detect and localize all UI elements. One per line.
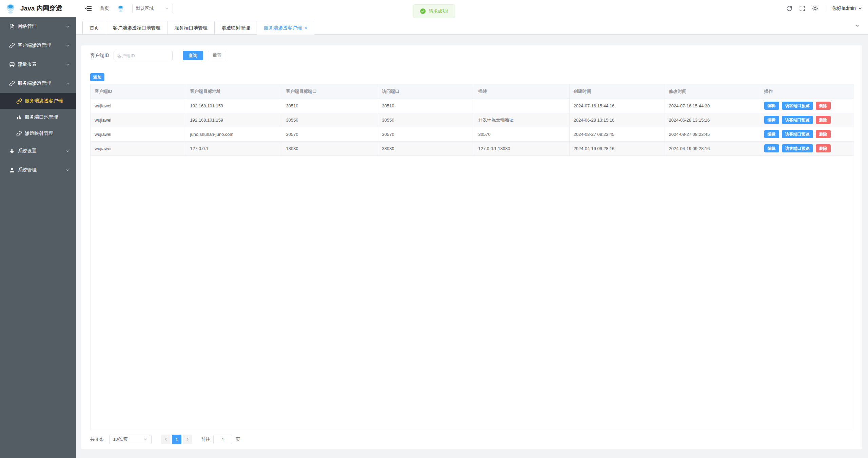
delete-button[interactable]: 删除 — [816, 130, 831, 138]
refresh-icon[interactable] — [786, 5, 792, 12]
edit-button[interactable]: 编辑 — [764, 130, 779, 138]
cell-created: 2024-04-19 09:28:16 — [569, 141, 665, 155]
cell-target-addr: 127.0.0.1 — [186, 141, 282, 155]
table-header-row: 客户端ID 客户端目标地址 客户端目标端口 访问端口 描述 创建时间 修改时间 … — [91, 84, 854, 99]
cell-access-port: 38080 — [378, 141, 474, 155]
preview-button[interactable]: 访客端口预览 — [782, 130, 813, 138]
cell-target-addr: juno.shuhan-juno.com — [186, 127, 282, 141]
page-size-value: 10条/页 — [113, 436, 128, 442]
next-page-button[interactable] — [183, 435, 192, 444]
cell-modified: 2024-07-16 15:44:30 — [665, 99, 760, 113]
cell-created: 2024-06-28 13:15:16 — [569, 113, 665, 127]
success-toast: 请求成功! — [413, 4, 455, 18]
page-number-button[interactable]: 1 — [172, 435, 181, 444]
fullscreen-icon[interactable] — [799, 5, 805, 12]
pagination-total: 共 4 条 — [90, 436, 104, 442]
sidebar-item-label: 客户端渗透管理 — [18, 42, 65, 48]
breadcrumb[interactable]: 首页 — [100, 5, 109, 12]
sidebar-item-label: 服务端口池管理 — [25, 114, 70, 120]
edit-button[interactable]: 编辑 — [764, 144, 779, 152]
query-button[interactable]: 查询 — [183, 51, 203, 60]
tab-home[interactable]: 首页 — [82, 21, 106, 35]
sidebar-item-label: 渗透映射管理 — [25, 130, 70, 137]
sidebar-item-label: 服务端渗透客户端 — [25, 98, 70, 104]
cell-client-id: wujiawei — [91, 99, 186, 113]
microphone-icon — [9, 148, 15, 154]
sidebar-collapse-icon[interactable] — [85, 5, 92, 12]
tab-server-port-pool[interactable]: 服务端口池管理 — [167, 21, 215, 35]
cell-target-port: 18080 — [282, 141, 378, 155]
search-label: 客户端ID — [90, 53, 109, 59]
greeting-text: 你好!admin — [832, 5, 856, 12]
check-circle-icon — [420, 8, 426, 14]
chevron-down-icon — [858, 6, 863, 11]
goto-suffix: 页 — [236, 436, 240, 442]
region-select-value: 默认区域 — [136, 5, 154, 12]
cell-target-port: 30550 — [282, 113, 378, 127]
cell-target-addr: 192.168.101.159 — [186, 99, 282, 113]
cell-client-id: wujiawei — [91, 113, 186, 127]
data-table: 客户端ID 客户端目标地址 客户端目标端口 访问端口 描述 创建时间 修改时间 … — [90, 84, 854, 430]
bar-chart-icon — [16, 114, 22, 120]
sidebar-item-server-penetration[interactable]: 服务端渗透管理 — [0, 74, 76, 93]
edit-button[interactable]: 编辑 — [764, 102, 779, 110]
client-id-input[interactable] — [114, 51, 173, 60]
chevron-down-icon — [65, 149, 70, 153]
region-logo-icon — [117, 4, 125, 13]
app-logo-area: Java 内网穿透 — [0, 0, 76, 17]
cell-actions: 编辑访客端口预览删除 — [760, 99, 854, 113]
link-icon — [16, 131, 22, 137]
region-select[interactable]: 默认区域 — [132, 4, 173, 13]
divider — [825, 5, 825, 12]
theme-icon[interactable] — [812, 5, 818, 12]
user-menu[interactable]: 你好!admin — [832, 5, 863, 12]
tabs-dropdown-icon[interactable] — [854, 23, 860, 28]
delete-button[interactable]: 删除 — [816, 102, 831, 110]
preview-button[interactable]: 访客端口预览 — [782, 144, 813, 152]
delete-button[interactable]: 删除 — [816, 144, 831, 152]
link-icon — [16, 98, 22, 104]
tab-label: 首页 — [90, 25, 99, 30]
col-header-modified: 修改时间 — [665, 84, 760, 99]
page-size-select[interactable]: 10条/页 — [109, 435, 152, 444]
add-button[interactable]: 添加 — [90, 73, 104, 81]
cell-access-port: 30510 — [378, 99, 474, 113]
tab-client-port-pool[interactable]: 客户端渗透端口池管理 — [106, 21, 167, 35]
tab-server-penetration-client[interactable]: 服务端渗透客户端× — [257, 21, 314, 35]
cell-access-port: 30550 — [378, 113, 474, 127]
sidebar-item-server-port-pool[interactable]: 服务端口池管理 — [0, 109, 76, 125]
sidebar-item-mapping[interactable]: 渗透映射管理 — [0, 125, 76, 142]
cell-target-addr: 192.168.101.159 — [186, 113, 282, 127]
cell-desc: 开发环境云端地址 — [474, 113, 569, 127]
sidebar-item-client-penetration[interactable]: 客户端渗透管理 — [0, 36, 76, 55]
preview-button[interactable]: 访客端口预览 — [782, 116, 813, 124]
table-row: wujiawei 127.0.0.1 18080 38080 127.0.0.1… — [91, 141, 854, 155]
cell-modified: 2024-06-28 13:15:16 — [665, 113, 760, 127]
chevron-down-icon — [65, 168, 70, 172]
sidebar-item-system-management[interactable]: 系统管理 — [0, 161, 76, 180]
app-title: Java 内网穿透 — [20, 4, 62, 13]
sidebar-item-label: 系统管理 — [18, 167, 65, 173]
chevron-left-icon — [163, 437, 168, 442]
sidebar: 网络管理 客户端渗透管理 流量报表 服务端渗透管理 服务端渗透客户端 服务端口池… — [0, 17, 76, 458]
sidebar-item-network[interactable]: 网络管理 — [0, 17, 76, 36]
close-icon[interactable]: × — [304, 25, 307, 30]
tab-label: 服务端口池管理 — [174, 25, 208, 30]
sidebar-item-server-penetration-client[interactable]: 服务端渗透客户端 — [0, 93, 76, 109]
col-header-actions: 操作 — [760, 84, 854, 99]
goto-page-input[interactable] — [213, 435, 232, 444]
sidebar-item-system-settings[interactable]: 系统设置 — [0, 142, 76, 161]
sidebar-item-traffic-report[interactable]: 流量报表 — [0, 55, 76, 74]
goto-label: 前往 — [201, 436, 210, 442]
preview-button[interactable]: 访客端口预览 — [782, 102, 813, 110]
cell-actions: 编辑访客端口预览删除 — [760, 127, 854, 141]
reset-button[interactable]: 重置 — [208, 51, 226, 60]
cell-target-port: 30510 — [282, 99, 378, 113]
prev-page-button[interactable] — [161, 435, 171, 444]
delete-button[interactable]: 删除 — [816, 116, 831, 124]
cell-actions: 编辑访客端口预览删除 — [760, 113, 854, 127]
toast-message: 请求成功! — [429, 8, 448, 14]
edit-button[interactable]: 编辑 — [764, 116, 779, 124]
tab-mapping[interactable]: 渗透映射管理 — [215, 21, 257, 35]
board-icon — [9, 62, 15, 67]
